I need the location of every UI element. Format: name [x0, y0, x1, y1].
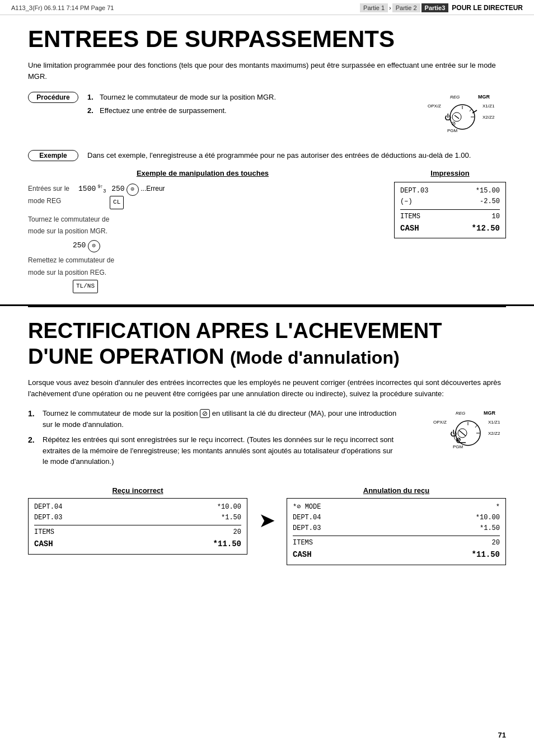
receipt-box-1: DEPT.03 *15.00 (–) -2.50 ITEMS 10 CASH	[394, 182, 506, 238]
ann-items-count: 20	[492, 538, 500, 548]
erreur-text: ...Erreur	[140, 185, 165, 192]
impression-col: Impression DEPT.03 *15.00 (–) -2.50 ITEM…	[394, 169, 506, 238]
touch-step-1-keys: 1500 9↑3 250 ⊙ ...Erreur CL	[78, 182, 165, 209]
ann-cash: CASH *11.50	[293, 548, 500, 561]
procedure-content: 1. Tournez le commutateur de mode sur la…	[87, 92, 506, 142]
s2-step-2-text: Répétez les entrées qui sont enregistrée…	[43, 434, 400, 467]
s2-step-1-num: 1.	[28, 408, 38, 430]
procedure-row: Procédure 1. Tournez le commutateur de m…	[28, 92, 506, 142]
header-right: Partie 1 › Partie 2 Partie3 POUR LE DIRE…	[360, 3, 523, 12]
exemple-content: Dans cet exemple, l'enregistreuse a été …	[87, 150, 506, 161]
section2-title: RECTIFICATION APRES L'ACHEVEMENT D'UNE O…	[28, 318, 506, 369]
svg-text:⏻: ⏻	[444, 114, 451, 121]
key-250: 250	[111, 185, 124, 193]
section2-title-line1: RECTIFICATION APRES L'ACHEVEMENT	[28, 319, 442, 342]
ann-star: *	[496, 502, 500, 513]
ri-items: ITEMS 20	[34, 527, 241, 538]
touch-step-2-keys: 250 ⊙	[73, 239, 377, 252]
svg-text:PGM: PGM	[447, 128, 458, 133]
svg-line-22	[459, 430, 466, 436]
svg-text:OPX/Z: OPX/Z	[428, 104, 441, 109]
annulation-title: Annulation du reçu	[287, 486, 506, 495]
receipt-divider-1	[400, 209, 500, 210]
svg-text:MGR: MGR	[478, 94, 490, 100]
step-1: 1. Tournez le commutateur de mode sur la…	[87, 92, 405, 103]
receipt-10: 10	[492, 212, 500, 222]
key-250-mgr: 250	[73, 241, 86, 250]
svg-line-10	[470, 109, 472, 111]
step-2-num: 2.	[87, 105, 96, 116]
s2-step-2: 2. Répétez les entrées qui sont enregist…	[28, 434, 400, 467]
ann-cash-amt: *11.50	[472, 548, 500, 561]
receipt-items: ITEMS	[400, 212, 420, 222]
s2-step-2-num: 2.	[28, 434, 38, 467]
receipt-cash-amt: *12.50	[472, 222, 500, 234]
touch-step-1: Entrées sur lemode REG 1500 9↑3 250 ⊙ ..…	[28, 182, 377, 209]
partie2-tab: Partie 2	[392, 3, 420, 12]
section1-intro: Une limitation programmée pour des fonct…	[28, 60, 506, 82]
touch-steps: Entrées sur lemode REG 1500 9↑3 250 ⊙ ..…	[28, 182, 377, 293]
mode-diagram-2: REG MGR OPX/Z X1/Z1 X2/Z2 ⏻ PGM ⊘	[422, 408, 506, 458]
svg-line-8	[455, 115, 459, 119]
key-tlns: TL/NS	[73, 280, 98, 293]
receipt-line-2: (–) -2.50	[400, 196, 500, 207]
touch-step-2: Tournez le commutateur demode sur la pos…	[28, 214, 377, 238]
svg-text:X2/Z2: X2/Z2	[483, 115, 495, 120]
section2-intro: Lorsque vous avez besoin d'annuler des e…	[28, 377, 506, 399]
receipt-cash: CASH	[400, 222, 419, 234]
key-sub: 3	[103, 189, 106, 194]
svg-text:X1/Z1: X1/Z1	[483, 104, 495, 109]
exemple-badge: Exemple	[28, 150, 78, 161]
partie3-tab: Partie3	[421, 3, 449, 12]
s2-step-1-text: Tournez le commutateur de mode sur la po…	[43, 408, 400, 430]
procedure-steps: 1. Tournez le commutateur de mode sur la…	[87, 92, 405, 118]
exemple-text: Dans cet exemple, l'enregistreuse a été …	[87, 150, 471, 161]
step-1-num: 1.	[87, 92, 96, 103]
receipt-line-cash: CASH *12.50	[400, 222, 500, 234]
svg-text:X1/Z1: X1/Z1	[488, 420, 500, 425]
ann-dept03: DEPT.03	[293, 523, 321, 534]
touch-step-3: Remettez le commutateur demode sur la po…	[28, 255, 377, 279]
key-cl-wrap: CL	[110, 198, 124, 205]
mode-diagram-svg-2: REG MGR OPX/Z X1/Z1 X2/Z2 ⏻ PGM ⊘	[422, 408, 512, 458]
header-bar: A113_3(Fr) 06.9.11 7:14 PM Page 71 Parti…	[0, 0, 534, 15]
ann-items: ITEMS 20	[293, 538, 500, 548]
touch-step-3-keys: TL/NS	[73, 280, 377, 293]
key-sup: 9↑	[98, 184, 104, 189]
partie1-tab: Partie 1	[360, 3, 388, 12]
receipt-250-neg: -2.50	[480, 196, 500, 207]
section1: ENTREES DE SURPASSEMENTS Une limitation …	[0, 15, 534, 306]
receipt-15: *15.00	[476, 186, 500, 196]
right-arrow: ➤	[259, 509, 275, 532]
receipt-dept03: DEPT.03	[400, 186, 428, 196]
recu-incorrect-box: DEPT.04 *10.00 DEPT.03 *1.50 ITEMS 20 CA…	[28, 498, 247, 555]
ri-cash-amt: *11.50	[213, 538, 241, 550]
pour-directeur-label: POUR LE DIRECTEUR	[452, 4, 523, 12]
touch-step-3-desc: Remettez le commutateur demode sur la po…	[28, 255, 114, 279]
ann-items-label: ITEMS	[293, 538, 313, 548]
ann-1000: *10.00	[476, 513, 500, 523]
s2-step-1: 1. Tournez le commutateur de mode sur la…	[28, 408, 400, 430]
svg-text:OPX/Z: OPX/Z	[433, 420, 447, 425]
key-circle-2: ⊙	[88, 240, 100, 252]
ri-cash: CASH *11.50	[34, 538, 241, 550]
key-cl: CL	[110, 196, 124, 209]
page-number: 71	[498, 731, 506, 739]
section1-title: ENTREES DE SURPASSEMENTS	[28, 26, 506, 52]
ann-150: *1.50	[480, 523, 500, 534]
svg-text:PGM: PGM	[453, 444, 463, 449]
receipt-minus: (–)	[400, 196, 413, 207]
svg-text:X2/Z2: X2/Z2	[488, 431, 500, 436]
page-container: A113_3(Fr) 06.9.11 7:14 PM Page 71 Parti…	[0, 0, 534, 756]
section2-title-line2: D'UNE OPERATION	[28, 345, 224, 368]
ri-cash-label: CASH	[34, 538, 53, 550]
svg-text:MGR: MGR	[484, 410, 495, 416]
ann-line-2: DEPT.03 *1.50	[293, 523, 500, 534]
procedure-badge: Procédure	[28, 92, 78, 103]
step-2-text: Effectuez une entrée de surpassement.	[100, 105, 227, 116]
ann-dept04: DEPT.04	[293, 513, 321, 523]
section2-title-line3: (Mode d'annulation)	[230, 348, 400, 368]
ann-cash-label: CASH	[293, 548, 312, 561]
example-table-row: Exemple de manipulation des touches Entr…	[28, 169, 506, 293]
key-1500: 1500	[78, 185, 96, 193]
